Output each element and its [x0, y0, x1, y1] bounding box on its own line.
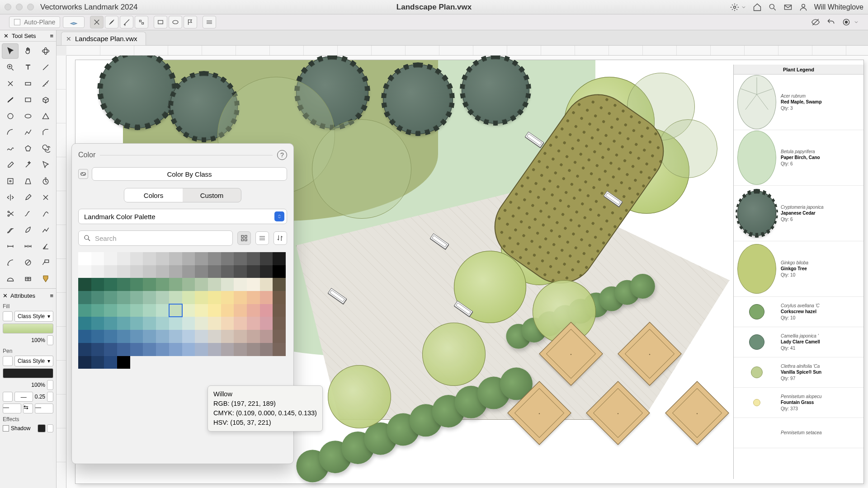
color-swatch[interactable] [130, 343, 143, 356]
tool-sets-header[interactable]: ✕ Tool Sets ≡ [0, 30, 56, 42]
color-by-class-button[interactable]: Color By Class [92, 167, 287, 181]
color-swatch[interactable] [234, 278, 247, 291]
color-swatch[interactable] [273, 343, 286, 356]
color-swatch[interactable] [169, 304, 182, 317]
pen-type-dropdown[interactable] [3, 356, 13, 366]
circle-tool[interactable] [2, 108, 19, 124]
color-swatch[interactable] [156, 304, 169, 317]
close-icon[interactable]: ✕ [3, 292, 8, 299]
color-swatch[interactable] [104, 330, 117, 343]
color-swatch[interactable] [143, 278, 156, 291]
color-swatch[interactable] [143, 304, 156, 317]
color-swatch[interactable] [78, 330, 91, 343]
selection-tool[interactable] [2, 43, 19, 59]
shadow-color-swatch[interactable] [38, 424, 46, 432]
color-swatch[interactable] [260, 278, 273, 291]
color-swatch[interactable] [78, 265, 91, 278]
color-swatch[interactable] [169, 317, 182, 330]
tree-ginkgo[interactable] [422, 323, 486, 386]
color-swatch[interactable] [78, 304, 91, 317]
color-swatch[interactable] [143, 317, 156, 330]
color-swatch[interactable] [234, 252, 247, 265]
chevron-updown-icon[interactable] [274, 211, 284, 221]
shadow-settings[interactable] [47, 424, 53, 432]
triangle-tool[interactable] [38, 108, 54, 124]
color-swatch[interactable] [143, 291, 156, 304]
protractor-tool[interactable] [2, 271, 19, 286]
line-tool[interactable] [38, 60, 54, 75]
color-swatch[interactable] [143, 343, 156, 356]
polygon-tool[interactable] [19, 141, 36, 156]
dim-arc-tool[interactable] [2, 255, 19, 270]
color-swatch[interactable] [104, 252, 117, 265]
color-swatch[interactable] [260, 304, 273, 317]
color-swatch[interactable] [247, 278, 260, 291]
color-swatch[interactable] [247, 304, 260, 317]
text-tool[interactable] [19, 60, 36, 75]
color-swatch[interactable] [117, 304, 130, 317]
target-icon[interactable] [842, 18, 851, 27]
polyline-tool[interactable] [19, 125, 36, 140]
home-icon[interactable] [753, 3, 762, 12]
color-swatch[interactable] [195, 343, 208, 356]
shape-flag-btn[interactable] [184, 16, 197, 28]
color-swatch[interactable] [273, 304, 286, 317]
user-icon[interactable] [799, 3, 808, 12]
color-swatch[interactable] [143, 265, 156, 278]
color-swatch[interactable] [130, 252, 143, 265]
line-weight-value[interactable]: 0.25 [35, 394, 45, 400]
line-style-dropdown[interactable]: — [14, 392, 33, 402]
color-swatch[interactable] [169, 330, 182, 343]
color-swatch[interactable] [260, 317, 273, 330]
color-swatch[interactable] [273, 330, 286, 343]
color-swatch[interactable] [156, 265, 169, 278]
link-toggle[interactable]: ⇆ [23, 404, 33, 413]
color-swatch[interactable] [78, 278, 91, 291]
color-swatch[interactable] [104, 304, 117, 317]
close-icon[interactable]: ✕ [3, 33, 9, 39]
color-swatch[interactable] [91, 265, 104, 278]
fill-opacity-menu[interactable] [47, 335, 53, 345]
color-swatch[interactable] [78, 252, 91, 265]
help-icon[interactable]: ? [277, 150, 287, 160]
color-swatch[interactable] [130, 317, 143, 330]
color-swatch[interactable] [221, 304, 234, 317]
spiral-tool[interactable] [38, 141, 54, 156]
color-swatch[interactable] [221, 343, 234, 356]
color-swatch[interactable] [182, 252, 195, 265]
color-swatch[interactable] [91, 304, 104, 317]
color-swatch[interactable] [104, 291, 117, 304]
color-swatch[interactable] [273, 265, 286, 278]
eyedropper-tool[interactable] [2, 157, 19, 173]
snap-btn-1[interactable] [90, 16, 104, 28]
tree-red-maple[interactable] [383, 64, 453, 134]
color-swatch[interactable] [156, 343, 169, 356]
color-swatch[interactable] [247, 343, 260, 356]
window-controls[interactable] [5, 4, 34, 10]
shadow-checkbox[interactable] [3, 425, 9, 432]
tab-custom[interactable]: Custom [183, 188, 241, 202]
color-swatch[interactable] [208, 252, 221, 265]
color-swatch[interactable] [182, 317, 195, 330]
color-swatch[interactable] [260, 252, 273, 265]
color-swatch[interactable] [195, 304, 208, 317]
color-swatch[interactable] [130, 278, 143, 291]
color-swatch[interactable] [195, 291, 208, 304]
color-swatch[interactable] [221, 291, 234, 304]
color-swatch[interactable] [156, 330, 169, 343]
plane-mode-dropdown[interactable]: Auto-Plane [9, 16, 60, 28]
color-swatch[interactable] [273, 317, 286, 330]
mirror-tool[interactable] [2, 190, 19, 205]
color-swatch[interactable] [182, 343, 195, 356]
color-swatch[interactable] [130, 330, 143, 343]
close-icon[interactable]: ✕ [66, 35, 71, 42]
scissors-tool[interactable] [2, 206, 19, 221]
rect-tool[interactable] [19, 92, 36, 108]
color-swatch[interactable] [247, 317, 260, 330]
stake-tool[interactable] [38, 271, 54, 286]
offset-tool[interactable] [2, 222, 19, 238]
color-swatch[interactable] [182, 291, 195, 304]
color-swatch[interactable] [78, 317, 91, 330]
color-swatch[interactable] [208, 317, 221, 330]
plane-preview[interactable] [63, 16, 85, 28]
